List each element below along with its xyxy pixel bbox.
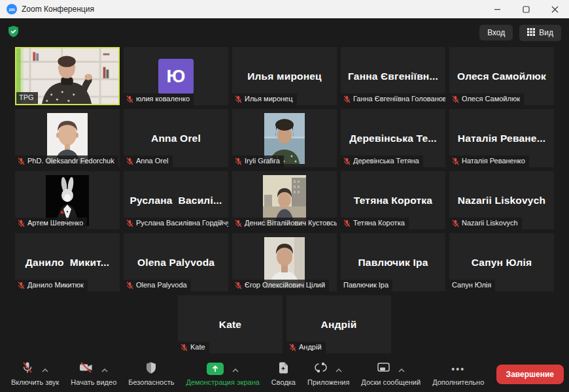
tool-options-caret-icon[interactable] xyxy=(232,363,239,375)
summary-icon xyxy=(278,362,288,376)
participant-label: Kate xyxy=(178,342,209,353)
participant-tile[interactable]: Артем Шевченко xyxy=(15,171,120,229)
muted-mic-icon xyxy=(126,157,133,165)
participant-label: Iryli Grafira xyxy=(232,155,284,167)
participant-tile[interactable]: Ганна Євгеніївн...Ганна Євгеніївна Голов… xyxy=(341,47,445,105)
participant-tile[interactable]: KateKate xyxy=(178,295,283,353)
tool-options-caret-icon[interactable] xyxy=(101,363,108,375)
participant-avatar: Ю xyxy=(158,59,194,94)
muted-mic-icon xyxy=(452,95,459,103)
toolbar-item-shield[interactable]: Безопасность xyxy=(122,356,180,392)
participant-tile[interactable]: Наталія Реване...Наталія Реваненко xyxy=(449,109,554,167)
participant-tile[interactable]: Тетяна КороткаТетяна Коротка xyxy=(341,171,445,229)
participant-tile[interactable]: Єгор Олексійович Цілий xyxy=(232,233,337,291)
participant-label: Єгор Олексійович Цілий xyxy=(232,280,329,291)
muted-mic-icon xyxy=(289,344,296,351)
participant-label: Сапун Юлія xyxy=(449,280,495,291)
maximize-button[interactable] xyxy=(511,0,540,18)
participant-grid: TPGЮюлия коваленкоИлья миронецИлья мирон… xyxy=(14,47,555,353)
participant-label: Данило Микитюк xyxy=(15,280,88,291)
participant-label: Деревінська Тетяна xyxy=(341,155,423,167)
participant-label: Nazarii Liskovych xyxy=(449,218,522,229)
participant-tile[interactable]: Iryli Grafira xyxy=(232,109,337,167)
participant-label: TPG xyxy=(16,92,38,104)
close-button[interactable] xyxy=(540,0,569,18)
participant-label: Anna Orel xyxy=(124,155,173,167)
muted-mic-icon xyxy=(18,157,25,165)
muted-mic-icon xyxy=(235,220,242,227)
participant-tile[interactable]: Olena PalyvodaOlena Palyvoda xyxy=(124,233,228,291)
muted-mic-icon xyxy=(343,157,351,165)
mic-muted-icon xyxy=(22,361,33,376)
end-meeting-button[interactable]: Завершение xyxy=(496,365,564,384)
muted-mic-icon xyxy=(452,220,459,227)
toolbar-item-camera-muted[interactable]: Начать видео xyxy=(65,356,122,392)
window-title: Zoom Конференция xyxy=(22,5,94,14)
toolbar-item-whiteboard[interactable]: Доски сообщений xyxy=(355,356,426,392)
muted-mic-icon xyxy=(126,95,133,103)
toolbar-item-apps[interactable]: Приложения xyxy=(302,356,355,392)
shield-icon xyxy=(146,362,156,376)
participant-label: Тетяна Коротка xyxy=(341,218,409,229)
encryption-shield-icon[interactable] xyxy=(8,25,19,40)
muted-mic-icon xyxy=(343,95,351,103)
participant-label: Павлючик Іра xyxy=(341,280,392,291)
participant-label: юлия коваленко xyxy=(124,93,194,105)
participant-label: Андрій xyxy=(286,342,326,353)
participant-label: Наталія Реваненко xyxy=(449,155,529,167)
participant-tile[interactable]: PhD. Oleksandr Fedorchuk xyxy=(15,109,120,167)
login-button[interactable]: Вход xyxy=(479,25,513,41)
participant-label: Olena Palyvoda xyxy=(124,280,191,291)
participant-label: Артем Шевченко xyxy=(15,218,87,229)
participant-tile[interactable]: Павлючик ІраПавлючик Іра xyxy=(341,233,445,291)
participant-tile[interactable]: Олеся СамойлюкОлеся Самойлюк xyxy=(449,47,554,105)
muted-mic-icon xyxy=(343,220,351,227)
participant-tile[interactable]: Деревінська Те...Деревінська Тетяна xyxy=(341,109,445,167)
toolbar-item-more[interactable]: •••Дополнительно xyxy=(426,356,490,392)
camera-muted-icon xyxy=(79,362,93,376)
tool-options-caret-icon[interactable] xyxy=(42,363,48,375)
participant-tile[interactable]: Данило Микит...Данило Микитюк xyxy=(15,233,120,291)
share-screen-icon xyxy=(207,363,224,375)
zoom-meeting-window: Вход Вид TPGЮюлия коваленкоИлья миронецИ… xyxy=(0,18,569,392)
muted-mic-icon xyxy=(126,220,133,227)
toolbar-item-share-screen[interactable]: Демонстрация экрана xyxy=(180,356,265,392)
participant-tile[interactable]: TPG xyxy=(15,47,120,105)
participant-tile[interactable]: АндрійАндрій xyxy=(286,295,391,353)
minimize-button[interactable] xyxy=(483,0,511,18)
muted-mic-icon xyxy=(235,282,242,289)
muted-mic-icon xyxy=(452,157,459,165)
participant-tile[interactable]: Ююлия коваленко xyxy=(124,47,228,105)
muted-mic-icon xyxy=(18,282,25,289)
muted-mic-icon xyxy=(126,282,133,289)
participant-tile[interactable]: Руслана Василі...Руслана Василівна Горді… xyxy=(124,171,228,229)
participant-label: PhD. Oleksandr Fedorchuk xyxy=(15,155,118,167)
participant-tile[interactable]: Денис Віталійович Кустовсь... xyxy=(232,171,337,229)
participant-label: Руслана Василівна Гордійчук xyxy=(124,218,228,229)
muted-mic-icon xyxy=(181,344,188,351)
muted-mic-icon xyxy=(18,220,25,227)
grid-view-icon xyxy=(527,28,535,38)
meeting-topbar: Вход Вид xyxy=(0,18,569,47)
participant-tile[interactable]: Nazarii LiskovychNazarii Liskovych xyxy=(449,171,554,229)
toolbar-item-mic-muted[interactable]: Включить звук xyxy=(5,356,65,392)
apps-icon xyxy=(315,362,327,376)
participant-label: Олеся Самойлюк xyxy=(449,93,524,105)
participant-label: Ганна Євгеніївна Голованова xyxy=(341,93,445,105)
participant-tile[interactable]: Илья миронецИлья миронец xyxy=(232,47,337,105)
tool-options-caret-icon[interactable] xyxy=(336,363,342,375)
muted-mic-icon xyxy=(235,95,242,103)
view-button[interactable]: Вид xyxy=(519,25,561,41)
more-icon: ••• xyxy=(451,363,465,375)
participant-tile[interactable]: Anna OrelAnna Orel xyxy=(124,109,228,167)
participant-label: Илья миронец xyxy=(232,93,297,105)
participant-label: Денис Віталійович Кустовсь... xyxy=(232,218,337,229)
participant-tile[interactable]: Сапун ЮліяСапун Юлія xyxy=(449,233,554,291)
tool-options-caret-icon[interactable] xyxy=(398,363,405,375)
zoom-app-icon: zm xyxy=(7,4,17,14)
toolbar-item-summary[interactable]: Сводка xyxy=(266,356,302,392)
meeting-toolbar: Включить звукНачать видеоБезопасностьДем… xyxy=(0,356,569,392)
muted-mic-icon xyxy=(235,157,242,165)
whiteboard-icon xyxy=(377,363,390,375)
window-titlebar: zm Zoom Конференция xyxy=(0,0,569,18)
